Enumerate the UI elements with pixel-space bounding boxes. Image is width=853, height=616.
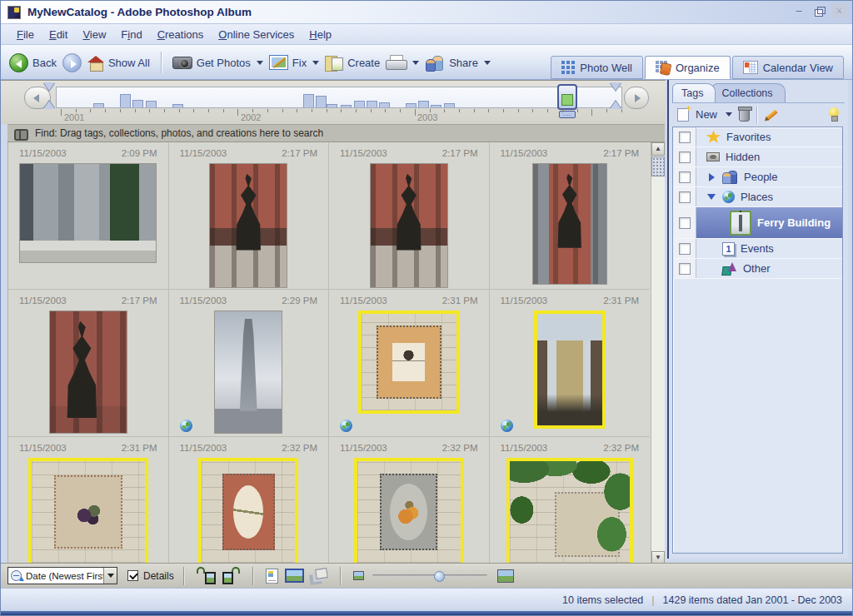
tab-photo-well[interactable]: Photo Well [551, 56, 643, 79]
expand-arrow-icon[interactable] [709, 173, 715, 181]
photo-cell[interactable]: 11/15/2003 2:31 PM [8, 437, 169, 564]
menu-find[interactable]: Find [113, 24, 149, 45]
timeline-tick [135, 109, 136, 112]
collapse-arrow-icon[interactable] [707, 194, 716, 200]
timeline-range-start-bottom-marker[interactable] [43, 101, 55, 109]
tab-tags[interactable]: Tags [672, 83, 716, 102]
photo-review-button[interactable] [309, 569, 327, 583]
large-thumbnail-size-icon[interactable] [497, 569, 514, 583]
photo-cell[interactable]: 11/15/2003 2:17 PM [169, 142, 330, 290]
chevron-down-icon[interactable] [726, 112, 732, 117]
scrollbar-thumb[interactable] [651, 156, 665, 176]
photo-thumbnail[interactable] [506, 458, 633, 564]
timeline-track[interactable] [56, 87, 622, 108]
tag-checkbox[interactable] [679, 217, 691, 229]
thumbnail-size-slider[interactable] [372, 569, 487, 582]
tag-checkbox[interactable] [679, 191, 691, 203]
menu-file[interactable]: File [9, 24, 42, 45]
photo-cell[interactable]: 11/15/2003 2:29 PM [169, 290, 330, 437]
menu-view[interactable]: View [75, 24, 113, 45]
tab-collections[interactable]: Collections [712, 83, 785, 102]
timeline-month-marker[interactable] [557, 84, 577, 110]
slider-thumb[interactable] [434, 571, 445, 582]
photo-cell[interactable]: 11/15/2003 2:17 PM [490, 142, 651, 290]
dropdown-arrow-button[interactable] [103, 568, 117, 584]
photo-cell[interactable]: 11/15/2003 2:31 PM [329, 290, 490, 437]
details-checkbox[interactable] [127, 570, 138, 581]
create-button[interactable]: Create [325, 55, 380, 71]
photo-thumbnail[interactable] [49, 310, 127, 434]
photo-cell[interactable]: 11/15/2003 2:32 PM [169, 437, 330, 564]
timeline-tick [621, 109, 622, 112]
timeline-range-start-top-marker[interactable] [43, 82, 55, 91]
sort-order-dropdown[interactable]: Date (Newest First) [7, 567, 117, 584]
timeline-scroll-right-button[interactable] [624, 87, 649, 109]
photo-thumbnail[interactable] [19, 163, 157, 263]
small-thumbnail-size-icon[interactable] [353, 571, 364, 580]
photo-thumbnail[interactable] [534, 310, 606, 429]
tag-checkbox[interactable] [679, 152, 691, 163]
photo-thumbnail[interactable] [354, 458, 464, 564]
tag-row-favorites[interactable]: Favorites [673, 127, 842, 147]
show-properties-button[interactable] [266, 569, 278, 584]
photo-thumbnail[interactable] [198, 458, 298, 564]
fix-button[interactable]: Fix [269, 55, 319, 70]
print-button[interactable] [386, 55, 419, 70]
photo-thumbnail[interactable] [370, 163, 448, 288]
photo-cell[interactable]: 11/15/2003 2:31 PM [490, 290, 651, 437]
restore-button[interactable] [812, 5, 826, 17]
photo-thumbnail[interactable] [28, 458, 148, 564]
new-button[interactable]: New [696, 108, 717, 121]
tag-row-ferry-building[interactable]: Ferry Building [673, 207, 842, 239]
tab-calendar-view[interactable]: Calendar View [732, 56, 844, 79]
photo-cell[interactable]: 11/15/2003 2:09 PM [8, 142, 169, 290]
tag-row-hidden[interactable]: Hidden [673, 147, 842, 167]
photo-cell[interactable]: 11/15/2003 2:17 PM [329, 142, 490, 290]
photo-cell[interactable]: 11/15/2003 2:32 PM [329, 437, 490, 564]
tag-row-events[interactable]: 1Events [673, 239, 842, 259]
tag-row-places[interactable]: Places [673, 187, 842, 207]
menu-edit[interactable]: Edit [42, 24, 75, 45]
tag-checkbox[interactable] [679, 263, 691, 275]
menu-creations[interactable]: Creations [150, 24, 212, 45]
timeline-tick [371, 109, 372, 112]
back-button[interactable]: Back [9, 53, 57, 72]
forward-button[interactable] [62, 53, 82, 72]
tips-lightbulb-button[interactable] [828, 107, 840, 122]
timeline-tick [385, 109, 386, 112]
show-all-button[interactable]: Show All [87, 56, 150, 70]
photo-cell[interactable]: 11/15/2003 2:17 PM [8, 290, 169, 437]
tag-row-other[interactable]: Other [673, 259, 842, 279]
edit-tag-button[interactable] [764, 107, 781, 123]
photo-cell[interactable]: 11/15/2003 2:32 PM [490, 437, 651, 564]
timeline-histogram-bar [418, 101, 429, 107]
menu-help[interactable]: Help [302, 24, 339, 45]
vertical-scrollbar[interactable]: ▲ ▼ [651, 142, 665, 564]
menu-online-services[interactable]: Online Services [211, 24, 302, 45]
new-tag-icon [677, 108, 689, 122]
photo-thumbnail[interactable] [358, 310, 460, 414]
scroll-up-button[interactable]: ▲ [651, 142, 665, 156]
tag-checkbox[interactable] [679, 243, 691, 255]
tag-checkbox[interactable] [679, 132, 691, 143]
photo-time: 2:32 PM [282, 443, 317, 453]
tag-checkbox[interactable] [679, 171, 691, 183]
minimize-button[interactable]: – [792, 5, 806, 17]
photo-thumbnail[interactable] [214, 310, 282, 434]
globe-attached-tag-icon [501, 420, 513, 432]
timeline-range-end-top-marker[interactable] [610, 82, 621, 91]
slideshow-button[interactable] [285, 569, 302, 583]
delete-tag-button[interactable] [739, 108, 750, 122]
slider-track[interactable] [372, 574, 487, 577]
find-drop-bar[interactable]: Find: Drag tags, collections, photos, an… [7, 124, 665, 142]
tab-organize[interactable]: Organize [645, 56, 731, 79]
share-button[interactable]: Share [425, 56, 491, 70]
photo-thumbnail[interactable] [532, 163, 607, 285]
tag-row-people[interactable]: People [673, 167, 842, 187]
photo-thumbnail[interactable] [209, 163, 287, 288]
rotate-left-button[interactable] [196, 567, 216, 584]
timeline-range-end-bottom-marker[interactable] [610, 101, 621, 109]
rotate-right-button[interactable] [221, 567, 241, 584]
photo-time: 2:09 PM [122, 148, 157, 158]
get-photos-button[interactable]: Get Photos [172, 57, 263, 69]
